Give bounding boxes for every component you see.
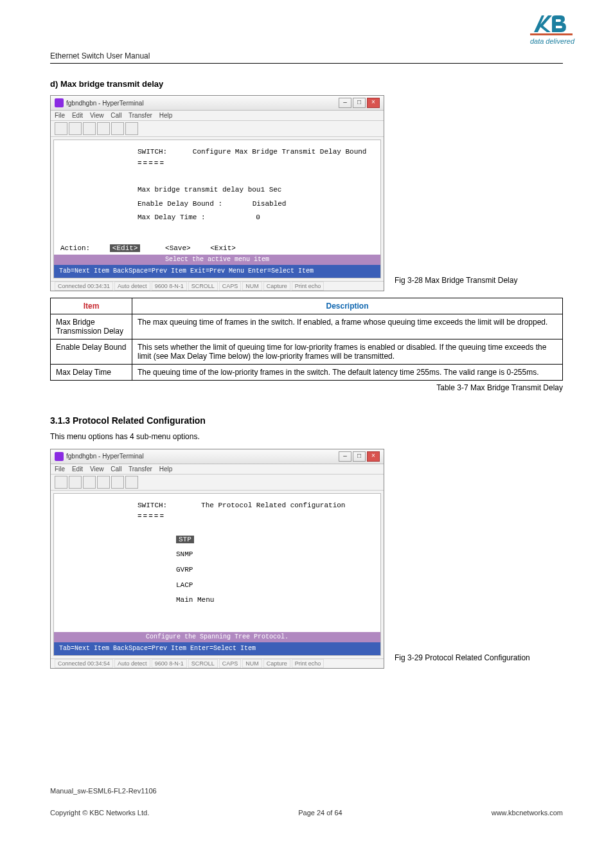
page-number: Page 24 of 64 [298,809,342,817]
section-d-heading: d) Max bridge transmit delay [50,79,563,89]
term1-title: fgbndhgbn - HyperTerminal [66,100,144,107]
menu-file[interactable]: File [55,466,65,473]
menu-item-stp[interactable]: STP [176,534,374,546]
term1-content: SWITCH: Configure Max Bridge Transmit De… [53,140,381,278]
manual-id: Manual_sw-ESML6-FL2-Rev1106 [50,787,563,795]
menu-transfer[interactable]: Transfer [129,112,152,119]
description-table: Item Description Max Bridge Transmission… [50,298,563,381]
toolbar-connect-icon[interactable] [83,476,96,489]
term2-menubar[interactable]: File Edit View Call Transfer Help [51,464,384,475]
menu-call[interactable]: Call [111,466,121,473]
toolbar-send-icon[interactable] [111,122,124,135]
menu-help[interactable]: Help [159,466,173,473]
menu-item-gvrp[interactable]: GVRP [176,565,374,576]
menu-help[interactable]: Help [159,112,173,119]
logo-tagline: data delivered [530,37,574,45]
table-row: Max Bridge Transmission Delay The max qu… [51,314,563,339]
svg-rect-0 [530,33,573,35]
toolbar-connect-icon[interactable] [83,122,96,135]
menu-transfer[interactable]: Transfer [129,466,152,473]
term1-heading: Configure Max Bridge Transmit Delay Boun… [193,148,367,156]
section-313-text: This menu options has 4 sub-menu options… [50,432,563,441]
table-row: Enable Delay Bound This sets whether the… [51,339,563,364]
table-caption: Table 3-7 Max Bridge Transmit Delay [50,383,563,392]
toolbar-open-icon[interactable] [69,122,82,135]
menu-file[interactable]: File [55,112,65,119]
menu-edit[interactable]: Edit [72,112,83,119]
close-button[interactable]: × [367,451,380,462]
toolbar-properties-icon[interactable] [125,476,138,489]
hyperterminal-window-2: fgbndhgbn - HyperTerminal – □ × File Edi… [50,449,384,669]
menu-edit[interactable]: Edit [72,466,83,473]
term2-toolbar [51,475,384,491]
page-footer: Manual_sw-ESML6-FL2-Rev1106 Copyright © … [50,787,563,817]
term1-action-row: Action: <Edit> <Save> <Exit> [60,243,374,255]
term2-heading: The Protocol Related configuration [201,502,345,509]
menu-call[interactable]: Call [111,112,121,119]
menu-item-lacp[interactable]: LACP [176,580,374,592]
toolbar-disconnect-icon[interactable] [97,476,110,489]
term2-title: fgbndhgbn - HyperTerminal [66,453,144,460]
term1-equals: ===== [138,158,374,170]
menu-view[interactable]: View [90,466,104,473]
cfg-row-maxbridge: Max bridge transmit delay bou1 Sec [138,185,374,196]
brand-logo: data delivered [530,13,574,45]
term2-equals: ===== [138,511,374,523]
term2-bottom-help: Tab=Next Item BackSpace=Prev Item Enter=… [54,642,380,655]
toolbar-new-icon[interactable] [55,122,67,135]
minimize-button[interactable]: – [339,98,351,108]
toolbar-properties-icon[interactable] [125,122,138,135]
cfg-row-enable: Enable Delay Bound : Disabled [138,199,374,210]
term1-menubar[interactable]: File Edit View Call Transfer Help [51,111,384,121]
term1-titlebar: fgbndhgbn - HyperTerminal – □ × [51,96,384,111]
exit-action[interactable]: <Exit> [210,244,236,252]
term1-statusbar: Connected 00:34:31Auto detect9600 8-N-1S… [51,281,384,291]
menu-item-snmp[interactable]: SNMP [176,549,374,561]
term2-titlebar: fgbndhgbn - HyperTerminal – □ × [51,449,384,464]
term1-select-bar: Select the active menu item [54,255,380,265]
th-description: Description [132,298,563,314]
toolbar-disconnect-icon[interactable] [97,122,110,135]
save-action[interactable]: <Save> [165,244,191,252]
maximize-button[interactable]: □ [353,451,366,462]
term1-switch-label: SWITCH: [138,148,167,156]
term1-toolbar [51,121,384,137]
action-label: Action: [60,244,90,252]
term2-switch-label: SWITCH: [138,502,167,509]
toolbar-send-icon[interactable] [111,476,124,489]
website: www.kbcnetworks.com [492,809,563,817]
hyperterminal-window-1: fgbndhgbn - HyperTerminal – □ × File Edi… [50,95,384,291]
figure-caption-1: Fig 3-28 Max Bridge Transmit Delay [395,276,563,285]
hyperterminal-icon [55,98,64,107]
toolbar-open-icon[interactable] [69,476,82,489]
menu-item-main[interactable]: Main Menu [176,595,374,606]
term2-statusbar: Connected 00:34:54Auto detect9600 8-N-1S… [51,658,384,668]
close-button[interactable]: × [367,98,380,108]
hyperterminal-icon [55,452,64,461]
term2-content: SWITCH: The Protocol Related configurati… [53,493,381,656]
term1-bottom-help: Tab=Next Item BackSpace=Prev Item Exit=P… [54,265,380,278]
term2-cfg-bar: Configure the Spanning Tree Protocol. [54,632,380,642]
table-row: Max Delay Time The queuing time of the l… [51,364,563,380]
copyright: Copyright © KBC Networks Ltd. [50,809,149,817]
th-item: Item [51,298,132,314]
cfg-row-maxdelay: Max Delay Time : 0 [138,212,374,224]
toolbar-new-icon[interactable] [55,476,67,489]
header-title: Ethernet Switch User Manual [50,51,563,64]
minimize-button[interactable]: – [339,451,351,462]
figure-caption-2: Fig 3-29 Protocol Related Configuration [395,653,563,662]
maximize-button[interactable]: □ [353,98,366,108]
edit-action[interactable]: <Edit> [110,244,141,252]
menu-view[interactable]: View [90,112,104,119]
section-313-heading: 3.1.3 Protocol Related Configuration [50,415,563,426]
